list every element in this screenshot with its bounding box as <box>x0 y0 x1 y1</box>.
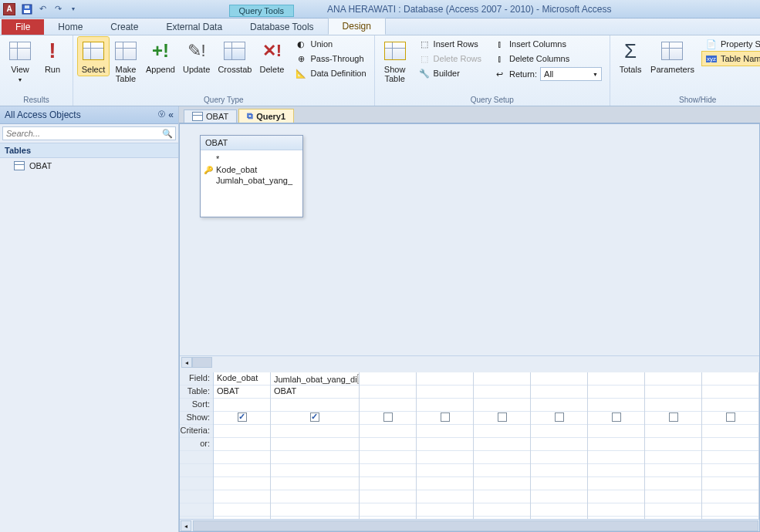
nav-group-tables[interactable]: Tables <box>0 143 178 158</box>
cell-criteria[interactable] <box>531 438 587 451</box>
cell-table[interactable]: OBAT <box>214 386 270 399</box>
cell-criteria[interactable] <box>214 425 270 438</box>
cell-blank[interactable] <box>588 490 644 503</box>
cell-criteria[interactable] <box>360 503 416 517</box>
cell-blank[interactable] <box>702 438 758 451</box>
cell-criteria[interactable] <box>474 503 530 517</box>
hscroll-upper[interactable]: ◂ <box>181 357 212 368</box>
cell-blank[interactable] <box>702 464 758 477</box>
cell-criteria[interactable] <box>271 438 359 451</box>
cell-show[interactable] <box>531 412 587 425</box>
cell-criteria[interactable] <box>360 451 416 464</box>
pass-through-button[interactable]: ⊕Pass-Through <box>292 52 369 66</box>
cell-criteria[interactable] <box>271 477 359 490</box>
cell-blank[interactable] <box>588 464 644 477</box>
cell-sort[interactable] <box>531 399 587 412</box>
cell-blank[interactable] <box>645 464 701 477</box>
cell-criteria[interactable] <box>271 451 359 464</box>
cell-criteria[interactable] <box>531 477 587 490</box>
cell-blank[interactable] <box>702 386 758 399</box>
cell-sort[interactable] <box>271 399 359 412</box>
doc-tab-query1[interactable]: ⧉Query1 <box>238 109 294 123</box>
search-icon[interactable]: 🔍 <box>160 127 175 140</box>
cell-sort[interactable] <box>360 399 416 412</box>
cell-blank[interactable] <box>588 477 644 490</box>
run-button[interactable]: ! Run <box>37 37 68 76</box>
cell-criteria[interactable] <box>214 451 270 464</box>
update-button[interactable]: ✎! Update <box>180 37 213 76</box>
doc-tab-obat[interactable]: OBAT <box>184 109 237 123</box>
cell-show[interactable] <box>417 412 473 425</box>
totals-button[interactable]: Σ Totals <box>615 37 646 76</box>
data-definition-button[interactable]: 📐Data Definition <box>292 66 369 80</box>
pane-splitter[interactable] <box>180 355 759 362</box>
delete-button[interactable]: ✕! Delete <box>256 37 287 76</box>
cell-table[interactable] <box>360 386 416 399</box>
tab-file[interactable]: File <box>2 19 44 35</box>
cell-criteria[interactable] <box>360 464 416 477</box>
cell-field[interactable]: Jumlah_obat_yang_di▼ <box>271 372 359 386</box>
cell-blank[interactable] <box>645 399 701 412</box>
cell-blank[interactable] <box>702 451 758 464</box>
cell-blank[interactable] <box>588 412 644 425</box>
cell-show[interactable] <box>214 412 270 425</box>
cell-criteria[interactable] <box>417 451 473 464</box>
cell-sort[interactable] <box>214 399 270 412</box>
cell-sort[interactable] <box>474 399 530 412</box>
table-field-list[interactable]: OBAT * 🔑Kode_obat Jumlah_obat_yang_ <box>200 135 303 217</box>
cell-criteria[interactable] <box>271 464 359 477</box>
tab-design[interactable]: Design <box>328 18 386 35</box>
cell-field[interactable] <box>474 372 530 386</box>
cell-table[interactable]: OBAT <box>271 386 359 399</box>
qat-dropdown-icon[interactable]: ▼ <box>66 2 80 16</box>
nav-collapse-icon[interactable]: « <box>168 109 174 120</box>
tab-external-data[interactable]: External Data <box>152 19 236 35</box>
cell-criteria[interactable] <box>360 490 416 503</box>
crosstab-button[interactable]: Crosstab <box>214 37 255 76</box>
cell-blank[interactable] <box>588 399 644 412</box>
builder-button[interactable]: 🔧Builder <box>415 66 485 80</box>
cell-blank[interactable] <box>702 490 758 503</box>
tab-database-tools[interactable]: Database Tools <box>236 19 328 35</box>
show-checkbox[interactable] <box>238 412 247 422</box>
parameters-button[interactable]: Parameters <box>647 37 698 76</box>
undo-icon[interactable]: ↶ <box>35 2 49 16</box>
cell-criteria[interactable] <box>531 464 587 477</box>
cell-criteria[interactable] <box>271 425 359 438</box>
return-select[interactable]: All▼ <box>540 67 602 81</box>
cell-criteria[interactable] <box>474 464 530 477</box>
cell-criteria[interactable] <box>360 477 416 490</box>
cell-blank[interactable] <box>588 503 644 517</box>
cell-blank[interactable] <box>702 425 758 438</box>
cell-criteria[interactable] <box>474 477 530 490</box>
field-all[interactable]: * <box>202 153 301 164</box>
insert-columns-button[interactable]: ⫿Insert Columns <box>491 37 605 51</box>
cell-field[interactable] <box>360 372 416 386</box>
append-button[interactable]: +! Append <box>143 37 178 76</box>
cell-criteria[interactable] <box>271 503 359 517</box>
cell-blank[interactable] <box>645 490 701 503</box>
cell-show[interactable] <box>271 412 359 425</box>
cell-criteria[interactable] <box>417 464 473 477</box>
cell-criteria[interactable] <box>531 490 587 503</box>
cell-blank[interactable] <box>702 372 758 386</box>
cell-blank[interactable] <box>702 503 758 517</box>
cell-blank[interactable] <box>645 451 701 464</box>
cell-criteria[interactable] <box>474 438 530 451</box>
cell-criteria[interactable] <box>214 477 270 490</box>
cell-blank[interactable] <box>702 477 758 490</box>
cell-show[interactable] <box>360 412 416 425</box>
relationship-pane[interactable]: OBAT * 🔑Kode_obat Jumlah_obat_yang_ <box>180 124 759 355</box>
cell-criteria[interactable] <box>474 425 530 438</box>
show-checkbox[interactable] <box>555 412 564 422</box>
cell-blank[interactable] <box>588 438 644 451</box>
show-checkbox[interactable] <box>441 412 450 422</box>
cell-blank[interactable] <box>588 425 644 438</box>
cell-criteria[interactable] <box>214 503 270 517</box>
show-checkbox[interactable] <box>498 412 507 422</box>
delete-columns-button[interactable]: ⫿Delete Columns <box>491 52 605 66</box>
cell-criteria[interactable] <box>417 438 473 451</box>
cell-blank[interactable] <box>645 425 701 438</box>
nav-item-obat[interactable]: OBAT <box>0 158 178 173</box>
tab-home[interactable]: Home <box>44 19 96 35</box>
